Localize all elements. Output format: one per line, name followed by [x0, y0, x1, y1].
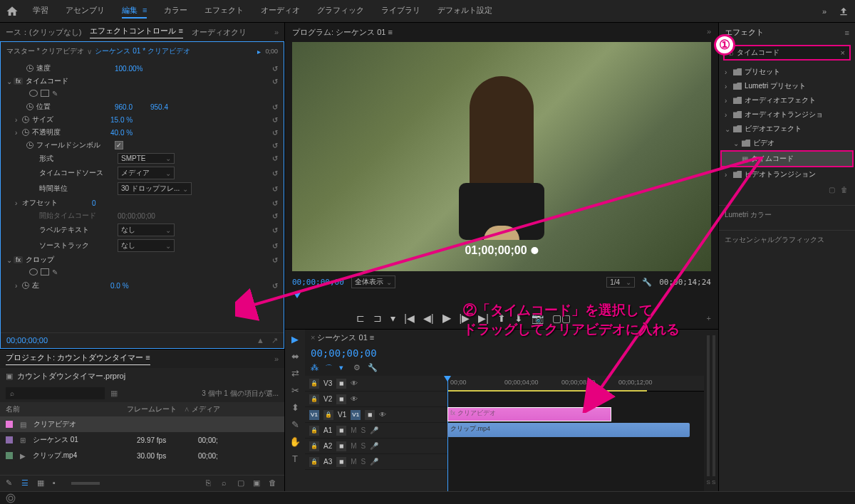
expand-icon[interactable]: ›: [15, 199, 22, 207]
audio-track-header[interactable]: 🔒A2◼MS🎤: [305, 439, 447, 454]
eye-icon[interactable]: 👁: [379, 411, 386, 419]
creative-cloud-icon[interactable]: [6, 493, 16, 503]
button-editor-icon[interactable]: +: [707, 314, 711, 322]
workspace-graphics[interactable]: グラフィック: [317, 4, 364, 19]
stopwatch-icon[interactable]: [26, 103, 33, 110]
size-value[interactable]: 15.0 %: [110, 116, 146, 124]
work-area-bar[interactable]: [447, 390, 647, 392]
workspace-editing[interactable]: 編集 ≡: [122, 4, 147, 19]
go-to-in-icon[interactable]: |◀: [404, 313, 415, 324]
timeline-toggle-icon[interactable]: ▸: [257, 48, 261, 56]
ec-export-icon[interactable]: ↗: [271, 336, 278, 345]
mic-icon[interactable]: 🎤: [370, 458, 378, 466]
list-view-icon[interactable]: ☰: [21, 478, 31, 488]
mask-rect-icon[interactable]: [41, 90, 49, 97]
mask-ellipse-icon[interactable]: [29, 268, 38, 275]
trash-icon[interactable]: 🗑: [269, 478, 279, 488]
mic-icon[interactable]: 🎤: [370, 442, 378, 450]
timeline-ruler[interactable]: 00;00 00;00;04;00 00;00;08;00 00;00;12;0…: [447, 376, 704, 392]
panel-overflow-icon[interactable]: »: [707, 27, 711, 36]
eye-icon[interactable]: 👁: [351, 379, 358, 387]
track-target-icon[interactable]: ◼: [336, 394, 346, 404]
timeline-timecode[interactable]: 00;00;00;00: [311, 347, 377, 359]
effects-folder[interactable]: ⌄ビデオエフェクト: [722, 122, 852, 136]
playhead-icon[interactable]: [294, 293, 301, 298]
snap-icon[interactable]: ⁂: [311, 363, 321, 373]
project-tab[interactable]: プロジェクト: カウントダウンタイマー ≡: [6, 352, 150, 365]
offset-value[interactable]: 0: [92, 199, 128, 207]
effects-folder[interactable]: ›ビデオトランジション: [722, 167, 852, 182]
timeline-content[interactable]: 00;00 00;00;04;00 00;00;08;00 00;00;12;0…: [447, 376, 704, 491]
stopwatch-icon[interactable]: [26, 142, 33, 149]
overflow-icon[interactable]: »: [822, 7, 826, 16]
timeline-title[interactable]: シーケンス 01: [317, 333, 367, 342]
mark-out-icon[interactable]: ⊐: [373, 313, 382, 324]
filter-icon[interactable]: ▦: [110, 389, 118, 398]
ec-zoom-icon[interactable]: ▲: [256, 336, 264, 345]
col-framerate[interactable]: フレームレート: [127, 404, 184, 414]
program-viewer[interactable]: 01;00;00;00: [292, 42, 711, 271]
timecode-effect-item[interactable]: ▦タイムコード: [720, 150, 854, 167]
essential-graphics-panel[interactable]: エッセンシャルグラフィックス: [719, 230, 855, 249]
track-target-icon[interactable]: V1: [351, 410, 361, 420]
source-patch-icon[interactable]: V1: [309, 410, 319, 420]
workspace-learning[interactable]: 学習: [33, 4, 48, 19]
effects-folder[interactable]: ›オーディオエフェクト: [722, 93, 852, 107]
track-lock-icon[interactable]: 🔒: [323, 410, 333, 420]
video-track-header[interactable]: V1🔒V1V1◼👁: [305, 407, 447, 423]
project-search-input[interactable]: [6, 387, 105, 399]
track-output-icon[interactable]: ◼: [365, 410, 375, 420]
slip-tool-icon[interactable]: ⬍: [289, 401, 301, 414]
effects-folder[interactable]: ⌄ビデオ: [722, 136, 852, 150]
workspace-audio[interactable]: オーディオ: [261, 4, 300, 19]
panel-overflow-icon[interactable]: »: [274, 28, 279, 36]
type-tool-icon[interactable]: T: [289, 452, 301, 465]
new-bin-icon[interactable]: ▢: [829, 186, 835, 194]
workspace-default[interactable]: デフォルト設定: [437, 4, 492, 19]
expand-icon[interactable]: ›: [15, 116, 22, 124]
wrench-icon[interactable]: 🔧: [642, 278, 652, 287]
reset-icon[interactable]: ↺: [272, 212, 278, 220]
panel-menu-icon[interactable]: ≡: [845, 28, 849, 37]
workspace-assembly[interactable]: アセンブリ: [66, 4, 105, 19]
freeform-view-icon[interactable]: ▪: [53, 478, 63, 488]
collapse-icon[interactable]: ⌄: [6, 256, 14, 264]
reset-icon[interactable]: ↺: [272, 154, 278, 162]
col-media[interactable]: ∧ メディア: [184, 404, 220, 414]
wrench-icon[interactable]: 🔧: [368, 363, 378, 373]
new-item-icon[interactable]: ▣: [253, 478, 263, 488]
marker-icon[interactable]: ▾: [339, 363, 349, 373]
bin-icon[interactable]: ▣: [6, 372, 13, 381]
pencil-icon[interactable]: ✎: [6, 478, 16, 488]
project-item[interactable]: ▶クリップ.mp430.00 fps00;00;: [0, 448, 284, 463]
opacity-value[interactable]: 40.0 %: [110, 129, 146, 137]
reset-icon[interactable]: ↺: [272, 282, 278, 290]
source-tab[interactable]: ース：(クリップなし): [6, 27, 81, 38]
audio-track-header[interactable]: 🔒A3◼MS🎤: [305, 454, 447, 470]
resolution-dropdown[interactable]: 1/4⌄: [606, 277, 635, 288]
fx-badge[interactable]: fx: [14, 256, 23, 263]
linked-selection-icon[interactable]: ⌒: [325, 363, 335, 373]
reset-icon[interactable]: ↺: [272, 65, 278, 73]
sequence-clip-label[interactable]: シーケンス 01 * クリアビデオ: [95, 46, 190, 56]
share-icon[interactable]: [838, 6, 849, 17]
video-track-header[interactable]: 🔒V3◼👁: [305, 376, 447, 392]
auto-match-icon[interactable]: ⎘: [206, 478, 216, 488]
clear-search-icon[interactable]: ×: [841, 48, 845, 57]
track-target-icon[interactable]: ◼: [336, 379, 346, 389]
effects-folder[interactable]: ›Lumetri プリセット: [722, 79, 852, 93]
mask-pen-icon[interactable]: ✎: [52, 90, 61, 98]
reset-icon[interactable]: ↺: [272, 185, 278, 193]
panel-overflow-icon[interactable]: »: [274, 355, 279, 363]
track-lock-icon[interactable]: 🔒: [309, 441, 319, 451]
lumetri-color-panel[interactable]: Lumetri カラー: [719, 205, 855, 224]
workspace-color[interactable]: カラー: [164, 4, 187, 19]
reset-icon[interactable]: ↺: [272, 103, 278, 111]
workspace-effects[interactable]: エフェクト: [204, 4, 244, 19]
stopwatch-icon[interactable]: [26, 65, 33, 72]
track-target-icon[interactable]: ◼: [336, 441, 346, 451]
reset-icon[interactable]: ↺: [272, 226, 278, 234]
stopwatch-icon[interactable]: [22, 129, 29, 136]
mark-in-icon[interactable]: ⊏: [356, 313, 365, 324]
effects-folder[interactable]: ›オーディオトランジショ: [722, 107, 852, 122]
